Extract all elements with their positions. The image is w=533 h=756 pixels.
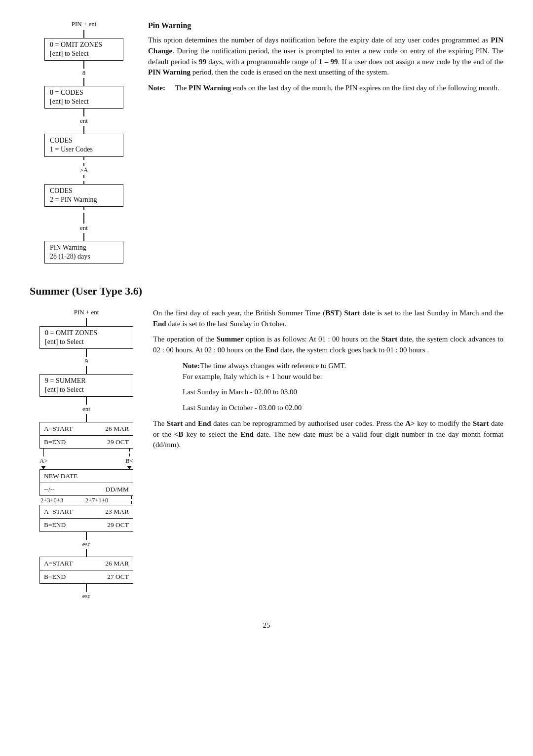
pin-warning-paragraph1: This option determines the number of day… — [148, 35, 503, 78]
summer-section: PIN + ent 0 = OMIT ZONES [ent] to Select… — [30, 308, 503, 601]
summer-indented-notes: Note:The time always changes with refere… — [183, 361, 503, 414]
summer-flow-esc1: esc — [82, 540, 91, 549]
flow-box-pin-warning-days: PIN Warning 28 (1-28) days — [44, 241, 123, 264]
summer-flow-new-date-box: NEW DATE --/-- DD/MM — [39, 469, 133, 496]
summer-flow-step-ent: ent — [82, 405, 90, 414]
summer-paragraph2: The operation of the Summer option is as… — [153, 334, 503, 356]
new-date-header: NEW DATE — [40, 470, 133, 483]
summer-flow-keycode-row: 2+3+0+3 2+7+1+0 — [39, 496, 133, 505]
flow-box-codes-1: CODES 1 = User Codes — [44, 134, 123, 156]
summer-flow-label-pin-ent: PIN + ent — [74, 308, 99, 317]
summer-flow-start-end-box3: A=START 26 MAR B=END 27 OCT — [39, 557, 133, 583]
page-number: 25 — [30, 620, 503, 631]
flow-step-ent1: ent — [80, 116, 88, 126]
branch-a-label: A> — [39, 456, 48, 466]
pin-warning-heading: Pin Warning — [148, 20, 503, 31]
summer-paragraph3: The Start and End dates can be reprogram… — [153, 418, 503, 451]
flow-box-omit-zones: 0 = OMIT ZONES [ent] to Select — [44, 38, 123, 61]
pin-warning-note: Note: The PIN Warning ends on the last d… — [148, 83, 503, 94]
note-label: Note: — [148, 83, 175, 94]
dashed-right-indicator — [131, 496, 132, 504]
flow-step-8: 8 — [82, 69, 86, 78]
summer-flow-start-end-box1: A=START 26 MAR B=END 29 OCT — [39, 422, 133, 449]
summer-note-text: Note:The time always changes with refere… — [183, 361, 503, 382]
summer-march-note: Last Sunday in March - 02.00 to 03.00 — [183, 387, 503, 398]
flow-step-ent2: ent — [80, 224, 88, 233]
summer-flow-start-end-box2: A=START 23 MAR B=END 29 OCT — [39, 505, 133, 531]
summer-flow-esc2: esc — [82, 592, 91, 601]
page-content: PIN + ent 0 = OMIT ZONES [ent] to Select… — [30, 20, 503, 631]
flow-box-codes-2-pin: CODES 2 = PIN Warning — [44, 184, 123, 207]
summer-october-note: Last Sunday in October - 03.00 to 02.00 — [183, 403, 503, 414]
pin-warning-text: Pin Warning This option determines the n… — [138, 20, 503, 99]
summer-flow-box-omit-zones: 0 = OMIT ZONES [ent] to Select — [39, 326, 133, 349]
summer-flowchart: PIN + ent 0 = OMIT ZONES [ent] to Select… — [30, 308, 143, 601]
summer-flow-step-9: 9 — [85, 357, 88, 366]
summer-section-heading-row: Summer (User Type 3.6) — [30, 283, 503, 299]
summer-heading: Summer (User Type 3.6) — [30, 283, 503, 299]
pin-warning-section: PIN + ent 0 = OMIT ZONES [ent] to Select… — [30, 20, 503, 264]
pin-warning-flowchart: PIN + ent 0 = OMIT ZONES [ent] to Select… — [30, 20, 138, 264]
summer-paragraph1: On the first day of each year, the Briti… — [153, 308, 503, 330]
flow-step-arrow-a: >A — [80, 166, 88, 175]
note-text: The PIN Warning ends on the last day of … — [175, 83, 499, 94]
flow-label-pin-ent: PIN + ent — [72, 20, 97, 29]
summer-flow-box-9-summer: 9 = SUMMER [ent] to Select — [39, 374, 133, 397]
summer-text: On the first day of each year, the Briti… — [143, 308, 503, 455]
branch-b-label: B< — [125, 456, 133, 466]
flow-box-8-codes: 8 = CODES [ent] to Select — [44, 86, 123, 109]
